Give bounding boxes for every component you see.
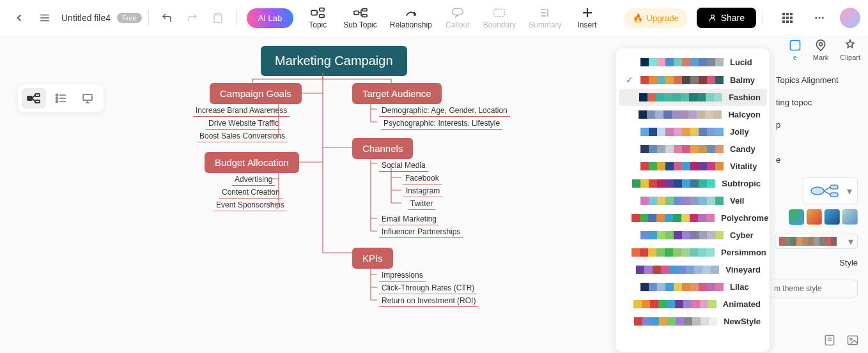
color-swatch[interactable] bbox=[842, 209, 858, 225]
leaf-node[interactable]: Boost Sales Conversions bbox=[197, 130, 288, 142]
theme-option-veil[interactable]: Veil bbox=[619, 192, 767, 209]
mark-icon bbox=[814, 38, 827, 52]
svg-point-35 bbox=[56, 94, 58, 96]
theme-option-vineyard[interactable]: Vineyard bbox=[619, 261, 767, 278]
color-strip bbox=[640, 197, 724, 205]
theme-option-cyber[interactable]: Cyber bbox=[619, 227, 767, 244]
leaf-node[interactable]: Instagram bbox=[403, 185, 442, 197]
theme-name: Cyber bbox=[730, 230, 754, 240]
svg-rect-22 bbox=[786, 17, 789, 19]
divider bbox=[763, 10, 763, 26]
theme-option-animated[interactable]: Animated bbox=[619, 296, 767, 313]
bottom-right-icons bbox=[823, 334, 859, 347]
theme-option-subtropic[interactable]: Subtropic bbox=[619, 175, 767, 192]
clipboard-button[interactable] bbox=[206, 6, 229, 29]
color-scheme-selector[interactable]: ▾ bbox=[775, 234, 858, 249]
leaf-node[interactable]: Increase Brand Awareness bbox=[193, 105, 290, 117]
leaf-node[interactable]: Content Creation bbox=[219, 186, 283, 199]
leaf-node[interactable]: Demographic: Age, Gender, Location bbox=[379, 105, 510, 117]
tool-label: Callout bbox=[446, 20, 469, 29]
side-ting[interactable]: ting topoc bbox=[776, 98, 858, 107]
tool-boundary[interactable]: Boundary bbox=[478, 4, 521, 32]
theme-option-persimmon[interactable]: Persimmon bbox=[619, 244, 767, 261]
user-avatar[interactable] bbox=[840, 8, 860, 28]
divider bbox=[148, 10, 149, 26]
tool-relationship[interactable]: Relationship bbox=[385, 4, 437, 32]
back-button[interactable] bbox=[8, 6, 31, 29]
side-p[interactable]: p bbox=[776, 120, 858, 130]
theme-option-candy[interactable]: Candy bbox=[619, 140, 767, 158]
leaf-node[interactable]: Return on Investment (ROI) bbox=[379, 295, 478, 307]
branch-node[interactable]: Campaign Goals bbox=[210, 83, 302, 104]
apps-button[interactable] bbox=[776, 6, 799, 29]
structure-selector[interactable]: ▾ bbox=[803, 177, 858, 204]
theme-name: Lucid bbox=[730, 57, 752, 67]
insert-icon bbox=[582, 6, 593, 19]
tool-summary[interactable]: Summary bbox=[523, 4, 566, 32]
branch-node[interactable]: Target Audience bbox=[352, 83, 442, 104]
rail-style[interactable]: e bbox=[789, 38, 802, 61]
file-title[interactable]: Untitled file4 bbox=[61, 13, 111, 23]
theme-option-fashion[interactable]: Fashion bbox=[619, 89, 767, 106]
leaf-node[interactable]: Twitter bbox=[408, 198, 435, 210]
divider bbox=[236, 10, 236, 26]
theme-option-jolly[interactable]: Jolly bbox=[619, 123, 767, 140]
upgrade-button[interactable]: 🔥Upgrade bbox=[624, 8, 688, 28]
undo-button[interactable] bbox=[155, 6, 178, 29]
theme-option-vitality[interactable]: Vitality bbox=[619, 158, 767, 175]
color-swatch[interactable] bbox=[807, 209, 822, 225]
leaf-node[interactable]: Impressions bbox=[379, 269, 426, 282]
leaf-node[interactable]: Influencer Partnerships bbox=[379, 226, 463, 238]
redo-button[interactable] bbox=[181, 6, 204, 29]
leaf-node[interactable]: Email Marketing bbox=[379, 213, 439, 225]
color-swatch[interactable] bbox=[789, 209, 804, 225]
theme-option-newstyle[interactable]: NewStyle bbox=[619, 313, 767, 330]
theme-option-lucid[interactable]: Lucid bbox=[619, 54, 767, 71]
outline-view-button[interactable] bbox=[49, 88, 73, 109]
color-strip bbox=[636, 266, 719, 274]
ai-lab-button[interactable]: AI Lab bbox=[247, 8, 294, 28]
rail-clipart[interactable]: Clipart bbox=[840, 38, 860, 61]
svg-rect-23 bbox=[790, 17, 793, 19]
svg-rect-9 bbox=[362, 15, 366, 17]
tool-topic[interactable]: Topic bbox=[300, 4, 336, 32]
leaf-node[interactable]: Advertising bbox=[232, 174, 275, 186]
leaf-node[interactable]: Click-Through Rates (CTR) bbox=[379, 282, 477, 294]
theme-name: Polychrome bbox=[721, 213, 768, 223]
svg-rect-7 bbox=[353, 11, 358, 15]
theme-popup[interactable]: Lucid✓BalmyFashionHalcyonJollyCandyVital… bbox=[616, 49, 770, 352]
branch-node[interactable]: Channels bbox=[352, 138, 413, 159]
image-icon[interactable] bbox=[846, 334, 859, 347]
style-icon bbox=[789, 38, 802, 52]
leaf-node[interactable]: Psychographic: Interests, Lifestyle bbox=[381, 117, 502, 130]
leaf-node[interactable]: Drive Website Traffic bbox=[206, 117, 281, 130]
rail-mark[interactable]: Mark bbox=[813, 38, 828, 61]
custom-theme-input[interactable]: m theme style bbox=[768, 280, 858, 297]
leaf-node[interactable]: Event Sponsorships bbox=[213, 199, 287, 211]
structure-icon bbox=[809, 183, 839, 199]
side-e[interactable]: e bbox=[776, 155, 858, 165]
theme-option-balmy[interactable]: ✓Balmy bbox=[619, 71, 767, 89]
side-align[interactable]: Topics Alignment bbox=[776, 75, 858, 85]
branch-node[interactable]: Budget Allocation bbox=[205, 152, 299, 173]
root-node[interactable]: Marketing Campaign bbox=[261, 46, 407, 76]
mindmap-view-button[interactable] bbox=[22, 88, 46, 109]
share-button[interactable]: Share bbox=[697, 8, 756, 28]
branch-node[interactable]: KPIs bbox=[352, 248, 393, 269]
more-button[interactable] bbox=[808, 6, 831, 29]
theme-name: Animated bbox=[723, 299, 761, 309]
menu-button[interactable] bbox=[33, 6, 56, 29]
color-strip bbox=[639, 93, 722, 101]
tool-callout[interactable]: Callout bbox=[440, 4, 476, 32]
leaf-node[interactable]: Facebook bbox=[403, 172, 442, 184]
theme-option-halcyon[interactable]: Halcyon bbox=[619, 106, 767, 123]
theme-option-lilac[interactable]: Lilac bbox=[619, 278, 767, 296]
tool-subtopic[interactable]: Sub Topic bbox=[338, 4, 382, 32]
tool-insert[interactable]: Insert bbox=[570, 4, 605, 32]
subtopic-icon bbox=[353, 6, 368, 19]
presentation-view-button[interactable] bbox=[75, 88, 100, 109]
note-icon[interactable] bbox=[823, 334, 836, 347]
color-swatch[interactable] bbox=[825, 209, 840, 225]
leaf-node[interactable]: Social Media bbox=[379, 160, 428, 172]
theme-option-polychrome[interactable]: Polychrome bbox=[619, 209, 767, 227]
